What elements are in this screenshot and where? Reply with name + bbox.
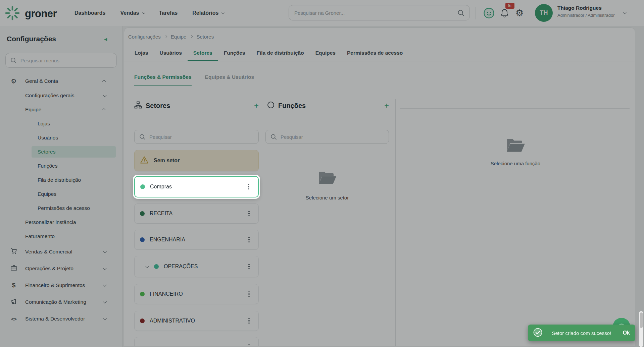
toast-message: Setor criado com sucesso! — [542, 330, 621, 336]
toast-ok-button[interactable]: Ok — [623, 330, 630, 336]
row-menu-button[interactable] — [245, 183, 253, 191]
sector-color-dot — [140, 184, 145, 189]
sector-row-label: Compras — [150, 184, 172, 190]
success-toast: Setor criado com sucesso! Ok — [528, 325, 635, 341]
sector-row-compras-highlighted[interactable]: Compras — [134, 176, 259, 197]
scrollbar-thumb[interactable] — [640, 312, 643, 328]
check-circle-icon — [533, 328, 542, 338]
scrollbar-track[interactable] — [639, 311, 643, 347]
spotlight-dim-overlay — [0, 0, 644, 347]
